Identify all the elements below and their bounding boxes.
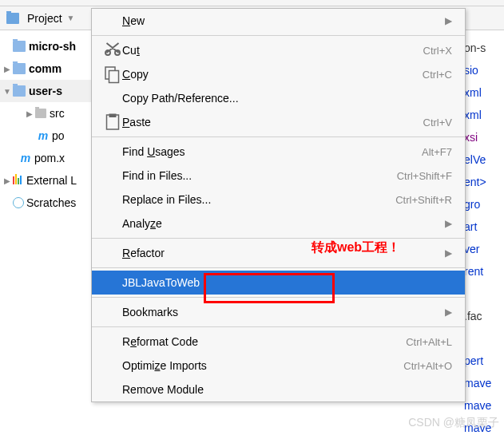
menu-separator [92, 35, 465, 36]
menu-separator [92, 297, 465, 298]
menu-label: Cut [122, 44, 423, 57]
menu-label: Analyze [122, 217, 445, 230]
menu-item[interactable]: Replace in Files...Ctrl+Shift+R [92, 188, 465, 212]
menu-shortcut: Ctrl+C [423, 69, 452, 81]
menu-shortcut: Ctrl+Alt+O [403, 360, 452, 372]
tree-item-src[interactable]: ▶ src [0, 102, 91, 125]
copy-icon [103, 65, 122, 84]
expand-arrow-icon[interactable]: ▶ [2, 176, 13, 185]
menu-item[interactable]: Optimize ImportsCtrl+Alt+O [92, 354, 465, 378]
menu-label: New [122, 14, 445, 27]
chevron-down-icon[interactable]: ▼ [67, 14, 75, 22]
folder-icon [13, 63, 26, 74]
tree-item-user[interactable]: ▼ user-s [0, 80, 91, 102]
maven-icon: m [37, 129, 50, 142]
menu-separator [92, 136, 465, 137]
tree-label: pom.x [34, 152, 65, 164]
project-label[interactable]: Project [27, 12, 62, 25]
menu-label: Reformat Code [122, 335, 406, 348]
tree-label: src [50, 107, 65, 120]
svg-rect-1 [109, 71, 119, 83]
menu-item[interactable]: Reformat CodeCtrl+Alt+L [92, 330, 465, 354]
menu-item[interactable]: Find in Files...Ctrl+Shift+F [92, 164, 465, 188]
tree-item-scratches[interactable]: Scratches [0, 192, 91, 214]
menu-shortcut: Ctrl+V [423, 117, 452, 129]
tree-item-pomx[interactable]: m pom.x [0, 147, 91, 169]
menu-item[interactable]: CopyCtrl+C [92, 62, 465, 86]
expand-arrow-icon[interactable]: ▶ [24, 109, 35, 118]
collapse-arrow-icon[interactable]: ▼ [2, 87, 13, 96]
code-snippet: on-ssioxmlxmlxsielVeent>groartverrent .f… [464, 30, 504, 435]
menu-item[interactable]: Bookmarks▶ [92, 300, 465, 324]
menu-separator [92, 326, 465, 327]
menu-label: Find in Files... [122, 169, 397, 182]
menu-item[interactable]: Refactor▶ [92, 241, 465, 265]
folder-icon [6, 13, 19, 24]
folder-icon [35, 109, 46, 118]
maven-icon: m [19, 152, 32, 164]
tree-item-external[interactable]: ▶ External L [0, 169, 91, 192]
submenu-arrow-icon: ▶ [445, 218, 452, 229]
submenu-arrow-icon: ▶ [445, 306, 452, 318]
library-icon [13, 174, 24, 187]
menu-shortcut: Ctrl+Alt+L [406, 336, 452, 348]
tree-label: user-s [29, 85, 62, 97]
menu-item[interactable]: Find UsagesAlt+F7 [92, 140, 465, 164]
tree-label: po [52, 129, 65, 142]
menu-separator [92, 238, 465, 239]
menu-item[interactable]: JBLJavaToWeb [92, 271, 465, 295]
menu-shortcut: Ctrl+X [423, 45, 452, 57]
tree-label: comm [29, 62, 62, 75]
menu-label: Replace in Files... [122, 193, 395, 206]
annotation-text: 转成web工程！ [312, 239, 400, 256]
tree-label: External L [26, 174, 77, 187]
menu-item[interactable]: PasteCtrl+V [92, 110, 465, 134]
paste-icon [103, 113, 122, 132]
menu-label: Copy [122, 68, 423, 81]
tree-item-comm[interactable]: ▶ comm [0, 57, 91, 80]
menu-label: Paste [122, 116, 423, 129]
cut-icon [103, 41, 122, 60]
folder-icon [13, 85, 26, 97]
menu-label: Optimize Imports [122, 359, 403, 372]
menu-label: Find Usages [122, 145, 422, 158]
menu-shortcut: Alt+F7 [422, 146, 452, 158]
menu-item[interactable]: CutCtrl+X [92, 38, 465, 62]
menu-item[interactable]: Copy Path/Reference... [92, 86, 465, 110]
tree-label: Scratches [26, 196, 76, 209]
menu-item[interactable]: Remove Module [92, 378, 465, 401]
project-tree: micro-sh ▶ comm ▼ user-s ▶ src m po m po… [0, 30, 91, 435]
menu-separator [92, 267, 465, 268]
watermark: CSDN @糖凤栗子 [408, 416, 499, 430]
svg-rect-3 [109, 114, 117, 118]
menu-label: Copy Path/Reference... [122, 92, 452, 105]
submenu-arrow-icon: ▶ [445, 247, 452, 259]
tree-item-po[interactable]: m po [0, 125, 91, 147]
tree-label: micro-sh [29, 40, 76, 53]
scratches-icon [13, 197, 24, 208]
menu-label: Remove Module [122, 383, 452, 396]
menu-shortcut: Ctrl+Shift+R [395, 194, 452, 206]
menu-label: Bookmarks [122, 306, 445, 318]
menu-label: JBLJavaToWeb [122, 276, 452, 289]
tree-item-micro[interactable]: micro-sh [0, 35, 91, 57]
menu-item[interactable]: Analyze▶ [92, 212, 465, 235]
submenu-arrow-icon: ▶ [445, 15, 452, 26]
context-menu: New▶CutCtrl+XCopyCtrl+CCopy Path/Referen… [91, 8, 466, 402]
folder-icon [13, 41, 26, 52]
expand-arrow-icon[interactable]: ▶ [2, 65, 13, 73]
menu-item[interactable]: New▶ [92, 9, 465, 33]
menu-shortcut: Ctrl+Shift+F [397, 170, 452, 182]
